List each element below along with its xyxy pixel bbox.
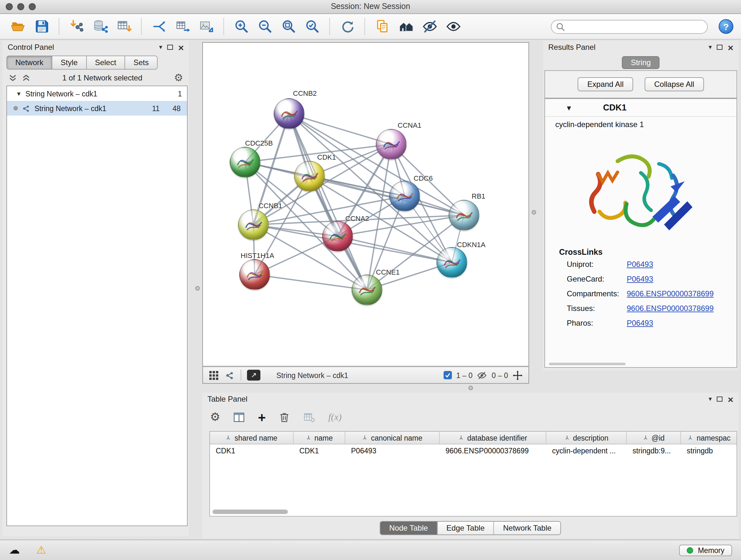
home-icon[interactable]: [396, 16, 416, 37]
gene-collapse-icon[interactable]: ▼: [565, 104, 572, 111]
horizontal-splitter-handle[interactable]: [468, 386, 473, 390]
tab-sets[interactable]: Sets: [125, 56, 158, 70]
warning-icon[interactable]: ⚠: [37, 543, 46, 557]
zoom-out-icon[interactable]: [255, 16, 275, 37]
network-node-cdk1[interactable]: [294, 161, 325, 192]
crosslink-link[interactable]: P06493: [627, 260, 653, 268]
close-panel-icon[interactable]: ×: [178, 43, 184, 52]
network-node-hist1h1a[interactable]: [239, 259, 270, 290]
export-network-image-icon[interactable]: [196, 16, 216, 37]
network-node-cdc6[interactable]: [389, 181, 420, 211]
zoom-in-icon[interactable]: [231, 16, 252, 37]
search-input[interactable]: [551, 19, 708, 34]
network-canvas[interactable]: CCNB2CCNA1CDC25BCDK1CDC6RB1CCNB1CCNA2CDK…: [202, 42, 529, 367]
network-node-ccna1[interactable]: [376, 129, 407, 160]
collapse-all-button[interactable]: Collapse All: [645, 77, 704, 91]
crosslink-link[interactable]: 9606.ENSP00000378699: [627, 289, 714, 298]
hidden-eye-icon[interactable]: [477, 370, 487, 380]
help-icon[interactable]: ?: [719, 19, 733, 34]
hide-selected-icon[interactable]: [419, 16, 440, 37]
birdseye-view-icon[interactable]: [209, 370, 219, 380]
tab-select[interactable]: Select: [86, 56, 125, 70]
zoom-selected-icon[interactable]: [302, 16, 322, 37]
network-node-cdc25b[interactable]: [230, 147, 260, 178]
network-overview-icon[interactable]: [225, 370, 235, 380]
import-table-file-icon[interactable]: [114, 16, 134, 37]
table-settings-icon[interactable]: ⚙: [210, 411, 220, 423]
tab-string[interactable]: String: [622, 56, 660, 69]
tab-node-table[interactable]: Node Table: [381, 522, 437, 535]
collection-expand-icon[interactable]: ▼: [16, 90, 22, 97]
delete-table-icon[interactable]: [304, 411, 316, 423]
network-node-cdkn1a[interactable]: [436, 247, 467, 278]
import-network-database-icon[interactable]: [90, 16, 111, 37]
copy-style-icon[interactable]: [372, 16, 393, 37]
network-node-ccnb1[interactable]: [238, 209, 269, 240]
tab-network-table[interactable]: Network Table: [494, 522, 561, 535]
table-horizontal-scrollbar[interactable]: [212, 509, 288, 514]
tab-network[interactable]: Network: [6, 56, 52, 70]
tab-edge-table[interactable]: Edge Table: [437, 522, 494, 535]
detach-view-icon[interactable]: ↗: [247, 370, 260, 381]
memory-button[interactable]: Memory: [679, 544, 732, 556]
show-all-icon[interactable]: [443, 16, 463, 37]
delete-column-icon[interactable]: [279, 411, 291, 423]
save-session-icon[interactable]: [31, 16, 52, 37]
column-header-name[interactable]: name: [293, 432, 345, 444]
function-builder-icon[interactable]: f(x): [328, 412, 342, 422]
network-edge[interactable]: [338, 236, 452, 262]
column-header--id[interactable]: @id: [627, 432, 681, 444]
results-scrollbar[interactable]: [549, 363, 625, 365]
minimize-window-button[interactable]: [17, 3, 24, 10]
cloud-icon[interactable]: ☁: [9, 543, 20, 557]
network-row[interactable]: String Network – cdk1 11 48: [7, 101, 187, 116]
network-node-ccne1[interactable]: [352, 274, 382, 305]
copy-network-icon[interactable]: [149, 16, 169, 37]
crosslink-link[interactable]: 9606.ENSP00000378699: [627, 304, 714, 313]
network-node-ccnb2[interactable]: [274, 98, 305, 129]
new-network-from-selection-icon[interactable]: [172, 16, 193, 37]
column-header-canonical-name[interactable]: canonical name: [345, 432, 440, 444]
float-panel-icon[interactable]: [167, 45, 173, 50]
add-column-icon[interactable]: +: [258, 410, 266, 424]
gear-icon[interactable]: ⚙: [174, 73, 183, 83]
network-edge[interactable]: [255, 274, 367, 290]
tab-style[interactable]: Style: [52, 56, 86, 70]
maximize-window-button[interactable]: [29, 3, 36, 10]
gene-section-header[interactable]: ▼ CDK1: [545, 99, 737, 117]
crosslink-row: GeneCard:P06493: [567, 271, 737, 286]
show-columns-icon[interactable]: [233, 411, 245, 423]
pan-icon[interactable]: [513, 370, 523, 380]
close-window-button[interactable]: [6, 3, 13, 10]
table-cell: CDK1: [293, 444, 345, 458]
expand-all-button[interactable]: Expand All: [578, 77, 633, 91]
vertical-splitter-handle[interactable]: [195, 286, 200, 291]
close-panel-icon[interactable]: ×: [728, 43, 733, 52]
collapse-panel-icon[interactable]: ▾: [709, 44, 712, 51]
table-row[interactable]: CDK1CDK1P064939606.ENSP00000378699cyclin…: [210, 444, 737, 458]
network-collection-row[interactable]: ▼ String Network – cdk1 1: [7, 86, 187, 101]
network-node-rb1[interactable]: [449, 200, 479, 231]
zoom-fit-icon[interactable]: [278, 16, 299, 37]
column-header-description[interactable]: description: [546, 432, 627, 444]
network-edge[interactable]: [289, 114, 367, 290]
open-session-icon[interactable]: [8, 16, 28, 37]
column-header-database-identifier[interactable]: database identifier: [440, 432, 546, 444]
float-panel-icon[interactable]: [717, 45, 723, 50]
collapse-all-icon[interactable]: [8, 74, 17, 82]
expand-all-icon[interactable]: [22, 74, 30, 82]
import-network-file-icon[interactable]: [66, 16, 87, 37]
network-node-ccna2[interactable]: [322, 221, 353, 252]
collapse-panel-icon[interactable]: ▾: [159, 44, 162, 51]
column-header-shared-name[interactable]: shared name: [210, 432, 293, 444]
collapse-panel-icon[interactable]: ▾: [709, 396, 712, 402]
crosslink-link[interactable]: P06493: [627, 274, 653, 283]
refresh-view-icon[interactable]: [337, 16, 357, 37]
vertical-splitter-handle[interactable]: [532, 210, 536, 214]
float-panel-icon[interactable]: [717, 396, 723, 401]
network-edge[interactable]: [289, 114, 391, 144]
column-header-namespac[interactable]: namespac: [681, 432, 737, 444]
close-panel-icon[interactable]: ×: [728, 394, 733, 404]
crosslink-link[interactable]: P06493: [627, 318, 653, 327]
selected-checkbox-icon[interactable]: [444, 371, 452, 379]
